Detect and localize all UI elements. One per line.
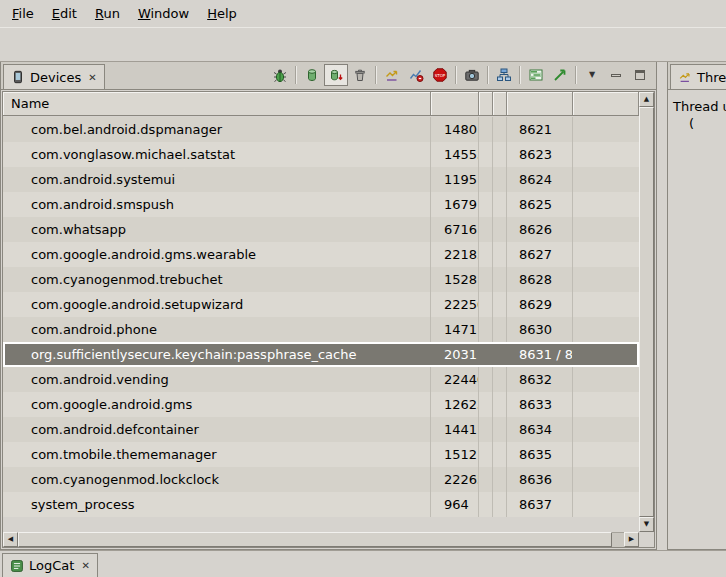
scroll-up-button[interactable]: ▲: [639, 92, 654, 107]
empty-cell: [479, 242, 493, 267]
menu-help[interactable]: Help: [198, 2, 246, 25]
table-row[interactable]: com.bel.android.dspmanager 1480 8621: [3, 117, 639, 142]
table-row[interactable]: com.android.vending 22440 8632: [3, 367, 639, 392]
workbench-area: Devices ✕: [0, 62, 726, 550]
devices-view-toolbar: STOP: [268, 64, 656, 89]
table-row[interactable]: com.android.defcontainer 14411 8634: [3, 417, 639, 442]
device-name: com.vonglasow.michael.satstat: [3, 142, 431, 167]
device-pid: 1480: [431, 117, 479, 142]
menu-run[interactable]: Run: [86, 2, 129, 25]
menu-file[interactable]: File: [3, 2, 43, 25]
device-name: com.google.android.setupwizard: [3, 292, 431, 317]
empty-cell: [493, 367, 507, 392]
maximize-button[interactable]: [628, 64, 652, 86]
scroll-right-button[interactable]: ▶: [624, 532, 639, 547]
table-row[interactable]: com.cyanogenmod.lockclock 22265 8636: [3, 467, 639, 492]
device-name: com.android.vending: [3, 367, 431, 392]
threads-panel: Threads Thread up (: [667, 62, 726, 550]
debug-process-button[interactable]: [268, 64, 292, 86]
table-row[interactable]: com.google.android.gms 12623 8633: [3, 392, 639, 417]
empty-cell: [573, 267, 639, 292]
maximize-icon: [635, 70, 645, 80]
empty-cell: [479, 317, 493, 342]
systrace-button[interactable]: [524, 64, 548, 86]
device-pid: 20311: [431, 342, 479, 367]
table-row[interactable]: com.tmobile.thememanager 1512 8635: [3, 442, 639, 467]
panel-sash[interactable]: [657, 62, 667, 550]
empty-cell: [479, 442, 493, 467]
tab-devices[interactable]: Devices ✕: [3, 64, 105, 89]
tab-logcat[interactable]: LogCat ✕: [2, 553, 98, 577]
empty-cell: [493, 417, 507, 442]
toolbar-separator: [455, 66, 456, 84]
tab-threads[interactable]: Threads: [670, 64, 726, 89]
column-header-blank[interactable]: [493, 92, 507, 115]
menu-window[interactable]: Window: [129, 2, 198, 25]
dump-hprof-button[interactable]: [324, 64, 348, 86]
device-pid: 22185: [431, 242, 479, 267]
column-header-pid[interactable]: [431, 92, 479, 115]
device-table-body: com.bel.android.dspmanager 1480 8621 com…: [3, 117, 639, 532]
device-name: com.android.defcontainer: [3, 417, 431, 442]
empty-cell: [479, 367, 493, 392]
screen-capture-button[interactable]: [460, 64, 484, 86]
empty-cell: [493, 217, 507, 242]
start-method-profiling-button[interactable]: [404, 64, 428, 86]
empty-cell: [573, 317, 639, 342]
minimize-button[interactable]: [604, 64, 628, 86]
table-row[interactable]: com.android.systemui 1195 8624: [3, 167, 639, 192]
vertical-scrollbar[interactable]: ▲ ▼: [639, 92, 654, 532]
device-port: 8623: [507, 142, 573, 167]
dump-view-hierarchy-button[interactable]: [492, 64, 516, 86]
device-port: 8624: [507, 167, 573, 192]
table-row[interactable]: com.android.phone 1471 8630: [3, 317, 639, 342]
empty-cell: [479, 467, 493, 492]
table-row[interactable]: com.google.android.setupwizard 22250 862…: [3, 292, 639, 317]
empty-cell: [573, 367, 639, 392]
horizontal-scrollbar[interactable]: ◀ ▶: [3, 532, 639, 547]
cause-gc-button[interactable]: [348, 64, 372, 86]
device-pid: 6716: [431, 217, 479, 242]
table-row[interactable]: system_process 964 8637: [3, 492, 639, 517]
logcat-tab-close-icon[interactable]: ✕: [81, 560, 89, 571]
threads-tab-row: Threads: [668, 62, 726, 90]
table-row[interactable]: com.whatsapp 6716 8626: [3, 217, 639, 242]
device-pid: 1528: [431, 267, 479, 292]
devices-tab-close-icon[interactable]: ✕: [88, 72, 96, 83]
table-row[interactable]: com.cyanogenmod.trebuchet 1528 8628: [3, 267, 639, 292]
scroll-left-button[interactable]: ◀: [3, 532, 18, 547]
empty-cell: [573, 192, 639, 217]
device-port: 8621: [507, 117, 573, 142]
table-row[interactable]: com.android.smspush 1679 8625: [3, 192, 639, 217]
scroll-down-button[interactable]: ▼: [639, 517, 654, 532]
empty-cell: [573, 217, 639, 242]
empty-cell: [573, 242, 639, 267]
stop-process-button[interactable]: STOP: [428, 64, 452, 86]
empty-cell: [493, 342, 507, 367]
update-threads-button[interactable]: [380, 64, 404, 86]
menu-edit[interactable]: Edit: [43, 2, 86, 25]
table-row[interactable]: com.google.android.gms.wearable 22185 86…: [3, 242, 639, 267]
column-header-name[interactable]: Name: [3, 92, 431, 115]
device-pid: 12623: [431, 392, 479, 417]
table-row[interactable]: com.vonglasow.michael.satstat 14553 8623: [3, 142, 639, 167]
view-menu-button[interactable]: ▼: [580, 64, 604, 86]
cause-gc-icon: [352, 67, 368, 83]
empty-cell: [479, 217, 493, 242]
table-row[interactable]: org.sufficientlysecure.keychain:passphra…: [3, 342, 639, 367]
device-port: 8627: [507, 242, 573, 267]
minimize-icon: [611, 74, 621, 77]
bottom-bar: LogCat ✕: [0, 550, 726, 577]
toolbar-separator: [575, 66, 576, 84]
empty-cell: [493, 142, 507, 167]
empty-cell: [573, 117, 639, 142]
vertical-scroll-thumb[interactable]: [639, 107, 654, 517]
horizontal-scroll-thumb[interactable]: [18, 532, 612, 547]
update-heap-button[interactable]: [300, 64, 324, 86]
column-header-port[interactable]: [507, 92, 573, 115]
column-header-blank[interactable]: [479, 92, 493, 115]
device-pid: 1512: [431, 442, 479, 467]
empty-cell: [479, 417, 493, 442]
empty-cell: [493, 392, 507, 417]
opengl-trace-button[interactable]: [548, 64, 572, 86]
